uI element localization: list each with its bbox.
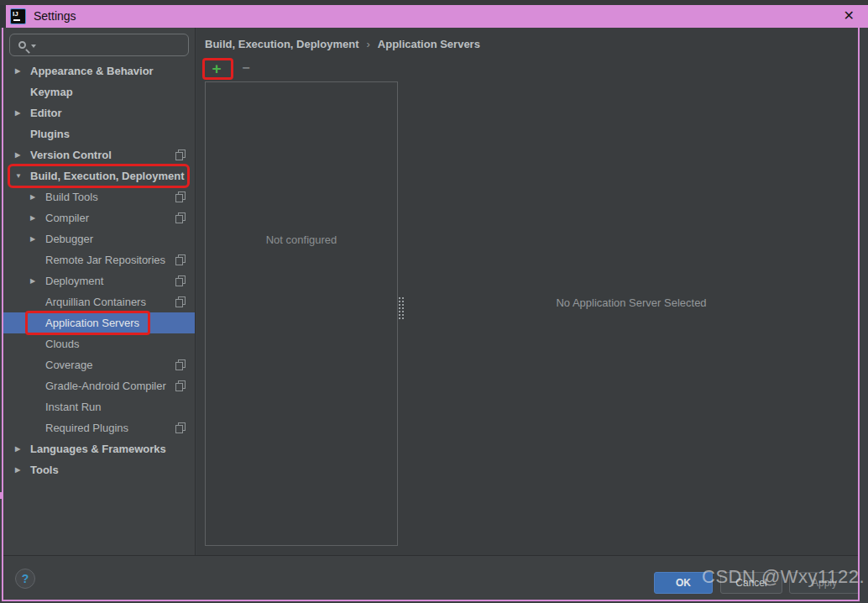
add-server-button[interactable]: + [207, 60, 226, 78]
ok-button[interactable]: OK [654, 572, 713, 594]
search-icon [18, 41, 26, 49]
sidebar-item-required-plugins[interactable]: Required Plugins [3, 417, 195, 438]
cancel-button[interactable]: Cancel [720, 572, 782, 594]
close-icon[interactable]: ✕ [844, 5, 855, 28]
shared-settings-icon [175, 254, 186, 265]
sidebar-item-label: Languages & Frameworks [30, 443, 166, 455]
no-selection-label: No Application Server Selected [405, 296, 858, 309]
sidebar-item-label: Application Servers [45, 317, 139, 329]
sidebar-item-label: Build, Execution, Deployment [30, 170, 184, 182]
sidebar-item-label: Arquillian Containers [45, 296, 146, 308]
intellij-logo-text: IJ [13, 10, 18, 18]
sidebar-item-languages-frameworks[interactable]: ▶Languages & Frameworks [3, 438, 195, 459]
shared-settings-icon [175, 422, 186, 433]
sidebar-item-application-servers[interactable]: Application Servers [3, 312, 195, 333]
search-dropdown-caret-icon[interactable] [31, 45, 36, 48]
intellij-logo-bar [13, 19, 20, 21]
settings-dialog: IJ Settings ✕ ▶Appearance & BehaviorKeym… [0, 0, 868, 603]
sidebar-item-label: Clouds [45, 338, 79, 350]
empty-list-label: Not configured [206, 233, 397, 246]
sidebar-item-keymap[interactable]: Keymap [3, 81, 195, 102]
splitter-handle[interactable] [399, 297, 404, 319]
breadcrumb-current: Application Servers [378, 38, 480, 50]
window-title: Settings [34, 5, 76, 28]
shared-settings-icon [175, 359, 186, 370]
chevron-right-icon[interactable]: ▶ [15, 445, 30, 453]
settings-sidebar: ▶Appearance & BehaviorKeymap▶EditorPlugi… [3, 28, 196, 555]
settings-tree: ▶Appearance & BehaviorKeymap▶EditorPlugi… [3, 60, 195, 480]
sidebar-item-editor[interactable]: ▶Editor [3, 102, 195, 123]
sidebar-item-arquillian-containers[interactable]: Arquillian Containers [3, 291, 195, 312]
content-pane: Build, Execution, Deployment›Application… [196, 28, 858, 555]
sidebar-item-label: Build Tools [45, 191, 98, 203]
sidebar-item-label: Required Plugins [45, 422, 128, 434]
titlebar: IJ Settings ✕ [0, 5, 868, 28]
footer-bar: ? OK Cancel Apply CSDN @Wxy1122. [3, 555, 858, 600]
window-border-right [858, 28, 860, 601]
chevron-right-icon[interactable]: ▶ [15, 109, 30, 117]
sidebar-item-deployment[interactable]: ▶Deployment [3, 270, 195, 291]
sidebar-item-remote-jar-repositories[interactable]: Remote Jar Repositories [3, 249, 195, 270]
shared-settings-icon [175, 149, 186, 160]
chevron-right-icon[interactable]: ▶ [15, 466, 30, 474]
shared-settings-icon [175, 275, 186, 286]
sidebar-item-build-tools[interactable]: ▶Build Tools [3, 186, 195, 207]
sidebar-item-label: Debugger [45, 233, 93, 245]
breadcrumb-parent[interactable]: Build, Execution, Deployment [205, 38, 358, 50]
chevron-right-icon[interactable]: ▶ [30, 277, 45, 285]
chevron-down-icon[interactable]: ▼ [15, 172, 30, 180]
apply-button[interactable]: Apply [789, 572, 860, 594]
help-icon: ? [22, 572, 29, 585]
chevron-right-icon[interactable]: ▶ [15, 67, 30, 75]
sidebar-item-label: Instant Run [45, 401, 102, 413]
breadcrumb-separator: › [366, 38, 369, 50]
shared-settings-icon [175, 212, 186, 223]
sidebar-item-label: Editor [30, 107, 62, 119]
sidebar-item-debugger[interactable]: ▶Debugger [3, 228, 195, 249]
sidebar-item-label: Compiler [45, 212, 89, 224]
sidebar-item-label: Remote Jar Repositories [45, 254, 165, 266]
search-input[interactable] [9, 34, 189, 56]
sidebar-item-label: Coverage [45, 359, 92, 371]
servers-list-panel[interactable]: Not configured [205, 81, 398, 546]
sidebar-item-label: Deployment [45, 275, 103, 287]
intellij-logo-icon: IJ [10, 8, 26, 24]
sidebar-item-appearance-behavior[interactable]: ▶Appearance & Behavior [3, 60, 195, 81]
sidebar-item-label: Keymap [30, 86, 73, 98]
window-border-left [2, 28, 3, 601]
sidebar-item-label: Version Control [30, 149, 112, 161]
sidebar-item-clouds[interactable]: Clouds [3, 333, 195, 354]
sidebar-item-label: Appearance & Behavior [30, 65, 154, 77]
sidebar-item-gradle-android-compiler[interactable]: Gradle-Android Compiler [3, 375, 195, 396]
sidebar-item-label: Tools [30, 464, 59, 476]
chevron-right-icon[interactable]: ▶ [30, 235, 45, 243]
sidebar-item-plugins[interactable]: Plugins [3, 123, 195, 144]
chevron-right-icon[interactable]: ▶ [30, 214, 45, 222]
remove-server-button[interactable]: − [238, 60, 254, 78]
sidebar-item-build-execution-deployment[interactable]: ▼Build, Execution, Deployment [3, 165, 195, 186]
shared-settings-icon [175, 296, 186, 307]
cursor-artifact [0, 492, 3, 499]
chevron-right-icon[interactable]: ▶ [15, 151, 30, 159]
titlebar-notch [0, 5, 6, 28]
chevron-right-icon[interactable]: ▶ [30, 193, 45, 201]
window-border-bottom [2, 600, 860, 601]
shared-settings-icon [175, 380, 186, 391]
sidebar-item-tools[interactable]: ▶Tools [3, 459, 195, 480]
help-button[interactable]: ? [15, 569, 35, 589]
sidebar-item-coverage[interactable]: Coverage [3, 354, 195, 375]
sidebar-item-label: Plugins [30, 128, 70, 140]
sidebar-item-compiler[interactable]: ▶Compiler [3, 207, 195, 228]
sidebar-item-label: Gradle-Android Compiler [45, 380, 166, 392]
sidebar-item-instant-run[interactable]: Instant Run [3, 396, 195, 417]
sidebar-item-version-control[interactable]: ▶Version Control [3, 144, 195, 165]
breadcrumb: Build, Execution, Deployment›Application… [205, 38, 480, 50]
shared-settings-icon [175, 191, 186, 202]
